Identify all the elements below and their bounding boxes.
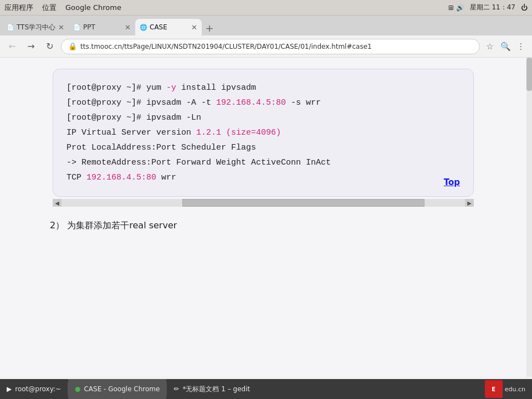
terminal-line-3: [root@proxy ~]# ipvsadm -Ln — [66, 110, 460, 125]
chrome-label: CASE - Google Chrome — [84, 385, 160, 393]
reload-button[interactable]: ↻ — [42, 39, 58, 54]
terminal-line-6: -> RemoteAddress:Port Forward Weight Act… — [66, 155, 460, 170]
url-text: tts.tmooc.cn/ttsPage/LINUX/NSDTN201904/C… — [80, 43, 473, 50]
address-bar[interactable]: 🔒 tts.tmooc.cn/ttsPage/LINUX/NSDTN201904… — [61, 39, 480, 54]
terminal-line-4: IP Virtual Server version 1.2.1 (size=40… — [66, 125, 460, 140]
taskbar: ▶ root@proxy:~ ● CASE - Google Chrome ✏ … — [0, 379, 532, 399]
tab-ppt-close[interactable]: ✕ — [125, 23, 131, 32]
page-scrollbar[interactable] — [526, 58, 532, 377]
secure-icon: 🔒 — [68, 42, 77, 50]
terminal-hscroll[interactable]: ◀ ▶ — [53, 199, 474, 207]
taskbar-terminal[interactable]: ▶ root@proxy:~ — [0, 379, 68, 399]
section-number: 2） — [50, 220, 64, 231]
datetime: 星期二 11：47 — [470, 3, 515, 12]
back-button[interactable]: ← — [4, 39, 20, 54]
address-bar-row: ← → ↻ 🔒 tts.tmooc.cn/ttsPage/LINUX/NSDTN… — [0, 35, 532, 58]
browser-label: Google Chrome — [65, 3, 121, 12]
tab-tts-icon: 📄 — [7, 24, 14, 31]
terminal-line-7: TCP 192.168.4.5:80 wrr — [66, 170, 460, 185]
terminal-icon: ▶ — [7, 385, 12, 393]
forward-button[interactable]: → — [23, 39, 39, 54]
chrome-icon: ● — [75, 385, 80, 393]
tab-case[interactable]: 🌐 CASE ✕ — [135, 19, 202, 35]
tab-case-label: CASE — [150, 23, 167, 31]
address-actions: ☆ 🔍 ⋮ — [483, 40, 528, 53]
gedit-icon: ✏ — [173, 385, 179, 393]
tab-ppt-label: PPT — [83, 23, 95, 31]
brand-text: edu.cn — [505, 386, 525, 393]
taskbar-gedit[interactable]: ✏ *无标题文档 1 – gedit — [167, 379, 257, 399]
tab-case-close[interactable]: ✕ — [191, 23, 197, 32]
search-icon[interactable]: 🔍 — [499, 40, 512, 53]
system-bar-right: ⊞ 🔊 星期二 11：47 ⏻ — [448, 3, 528, 12]
menu-icon[interactable]: ⋮ — [514, 40, 528, 53]
app-menu[interactable]: 应用程序 — [4, 3, 33, 13]
chrome-window: 📄 TTS学习中心 ✕ 📄 PPT ✕ 🌐 CASE ✕ + ← → ↻ 🔒 t… — [0, 16, 532, 399]
hscroll-thumb[interactable] — [182, 199, 424, 207]
terminal-box: [root@proxy ~]# yum -y install ipvsadm [… — [53, 69, 474, 197]
page-content: [root@proxy ~]# yum -y install ipvsadm [… — [0, 58, 526, 377]
new-tab-button[interactable]: + — [202, 20, 217, 35]
bookmark-icon[interactable]: ☆ — [483, 40, 497, 53]
gedit-label: *无标题文档 1 – gedit — [182, 385, 250, 394]
system-icons: ⊞ 🔊 — [448, 4, 464, 12]
terminal-line-5: Prot LocalAddress:Port Scheduler Flags — [66, 140, 460, 155]
top-link[interactable]: Top — [444, 177, 460, 187]
terminal-line-2: [root@proxy ~]# ipvsadm -A -t 192.168.4.… — [66, 95, 460, 110]
brand-logo: E — [485, 380, 503, 398]
tab-tts-label: TTS学习中心 — [17, 23, 55, 32]
hscroll-left[interactable]: ◀ — [53, 199, 62, 207]
system-bar: 应用程序 位置 Google Chrome ⊞ 🔊 星期二 11：47 ⏻ — [0, 0, 532, 16]
terminal-line-1: [root@proxy ~]# yum -y install ipvsadm — [66, 80, 460, 95]
section-below: 2） 为集群添加若干real server — [0, 207, 526, 232]
tab-tts-close[interactable]: ✕ — [58, 23, 64, 32]
tab-bar: 📄 TTS学习中心 ✕ 📄 PPT ✕ 🌐 CASE ✕ + — [0, 16, 532, 35]
terminal-label: root@proxy:~ — [15, 385, 61, 393]
section-text: 为集群添加若干real server — [67, 220, 177, 231]
scrollbar-thumb[interactable] — [526, 58, 532, 91]
tab-case-icon: 🌐 — [140, 24, 147, 31]
power-icon[interactable]: ⏻ — [521, 4, 528, 12]
taskbar-brand: E edu.cn — [485, 380, 532, 398]
tab-tts[interactable]: 📄 TTS学习中心 ✕ — [2, 19, 69, 35]
tab-ppt[interactable]: 📄 PPT ✕ — [69, 19, 135, 35]
tab-ppt-icon: 📄 — [73, 24, 81, 31]
position-menu[interactable]: 位置 — [42, 3, 57, 13]
taskbar-chrome[interactable]: ● CASE - Google Chrome — [68, 379, 166, 399]
hscroll-right[interactable]: ▶ — [465, 199, 474, 207]
hscroll-track[interactable] — [62, 199, 465, 207]
